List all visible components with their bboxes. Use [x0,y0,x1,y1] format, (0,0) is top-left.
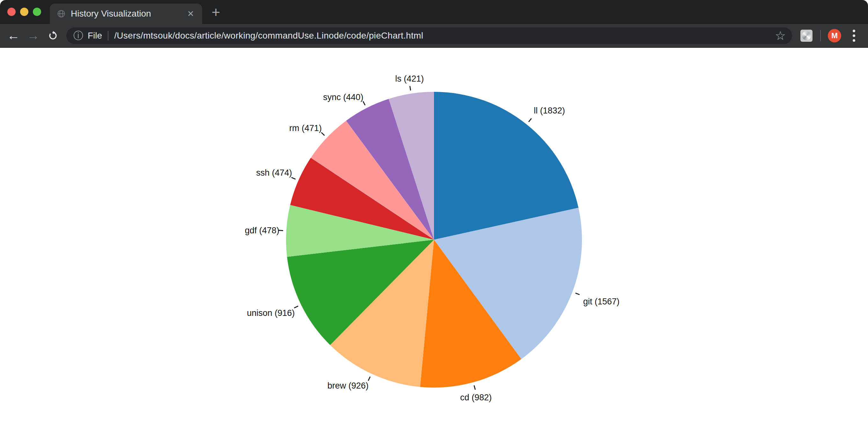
tab-strip: History Visualization ✕ + [0,0,868,24]
pie-label-gdf: gdf (478) [245,226,279,235]
url-scheme-divider [108,31,108,40]
toolbar-divider [820,30,821,41]
pie-tick-git [576,293,580,295]
pie-label-git: git (1567) [583,297,620,306]
back-button[interactable]: ← [6,29,21,43]
pie-label-ll: ll (1832) [534,106,565,115]
new-tab-button[interactable]: + [208,4,224,20]
pie-tick-gdf [279,230,283,231]
address-bar[interactable]: ⓘ File /Users/mtsouk/docs/article/workin… [66,27,792,44]
pie-tick-ll [529,119,532,122]
pie-tick-sync [363,101,365,105]
browser-window: History Visualization ✕ + ← → ⓘ File /Us… [0,0,868,430]
browser-toolbar: ← → ⓘ File /Users/mtsouk/docs/article/wo… [0,24,868,48]
url-text: /Users/mtsouk/docs/article/working/comma… [114,31,770,41]
reload-button[interactable] [46,29,60,43]
tab-history-visualization[interactable]: History Visualization ✕ [50,3,202,24]
window-zoom-button[interactable] [33,8,41,16]
window-controls [7,8,41,16]
page-content: ll (1832)git (1567)cd (982)brew (926)uni… [0,48,868,430]
url-scheme-label: File [88,31,102,41]
tab-close-icon[interactable]: ✕ [185,3,196,24]
menu-icon[interactable] [848,29,860,43]
pie-tick-rm [321,133,324,136]
pie-label-sync: sync (440) [323,93,363,102]
window-minimize-button[interactable] [20,8,28,16]
profile-avatar[interactable]: M [828,29,841,42]
tab-title: History Visualization [71,9,151,19]
page-info-icon[interactable]: ⓘ [73,29,83,42]
pie-tick-unison [294,306,299,308]
pie-label-rm: rm (471) [289,123,322,133]
pie-chart-svg: ll (1832)git (1567)cd (982)brew (926)uni… [0,48,868,430]
reload-icon [48,30,58,41]
pie-label-ssh: ssh (474) [256,168,292,177]
forward-button[interactable]: → [26,29,40,43]
pie-label-cd: cd (982) [460,393,492,402]
pie-tick-ls [410,86,410,91]
pie-label-brew: brew (926) [328,381,369,391]
pie-tick-cd [474,385,475,390]
window-close-button[interactable] [7,8,16,16]
pie-tick-ssh [291,177,296,179]
pie-label-unison: unison (916) [247,308,294,318]
pie-tick-brew [368,377,370,381]
bookmark-star-icon[interactable]: ☆ [775,30,786,42]
extension-swirl-logo [802,31,811,40]
pie-label-ls: ls (421) [395,74,424,84]
globe-favicon-icon [57,9,66,18]
extension-icon[interactable] [800,30,812,42]
